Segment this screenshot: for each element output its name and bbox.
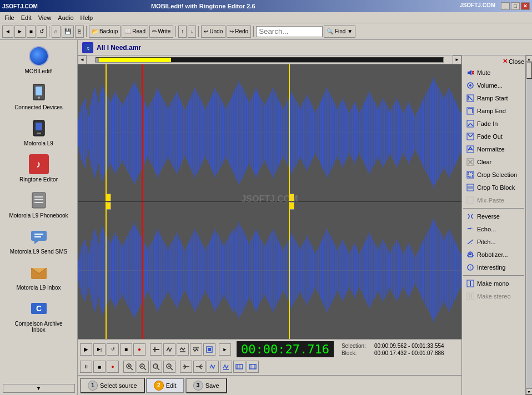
read-button[interactable]: 📖 Read: [122, 26, 148, 38]
compelson-icon: C: [28, 297, 50, 320]
ramp-end-icon: [466, 107, 475, 115]
menu-help[interactable]: Help: [77, 13, 97, 22]
play-loop-button[interactable]: ↺: [107, 343, 119, 356]
echo-button[interactable]: Echo...: [463, 223, 524, 235]
make-mono-button[interactable]: Make mono: [463, 277, 524, 290]
sidebar-item-phonebook[interactable]: Motorola L9 Phonebook: [6, 186, 72, 221]
svg-point-2: [38, 97, 40, 99]
mute-button[interactable]: Mute: [463, 67, 524, 79]
download-button[interactable]: ↓: [188, 26, 196, 38]
close-x-icon: ✕: [503, 58, 508, 65]
wave-btn-6[interactable]: [180, 361, 192, 373]
play-selection-button[interactable]: ▶|: [93, 343, 106, 356]
crop-block-button[interactable]: Crop To Block: [463, 181, 524, 194]
reverse-button[interactable]: Reverse: [463, 210, 524, 222]
sidebar-item-mobiledit[interactable]: MOBILedit!: [6, 42, 72, 77]
minimize-button[interactable]: _: [501, 2, 510, 10]
scroll-down-button[interactable]: ▼: [526, 388, 533, 395]
make-stereo-button: Make stereo: [463, 290, 524, 302]
scroll-left-arrow[interactable]: ◄: [78, 55, 87, 64]
play-button[interactable]: ▶: [80, 343, 92, 356]
forward-arrow[interactable]: ►: [219, 343, 231, 356]
undo-button[interactable]: ↩ Undo: [201, 26, 225, 38]
tool-2[interactable]: [163, 361, 175, 373]
svg-rect-535: [470, 254, 471, 255]
sidebar-item-compelson[interactable]: C Compelson Archive Inbox: [6, 295, 72, 336]
ramp-end-button[interactable]: Ramp End: [463, 105, 524, 117]
wave-btn-8[interactable]: [207, 361, 219, 373]
normalize-button[interactable]: Normalize: [463, 143, 524, 155]
interesting-button[interactable]: i Interesting: [463, 261, 524, 274]
pause-button[interactable]: ⏸: [80, 361, 92, 373]
robotizer-button[interactable]: Robotizer...: [463, 249, 524, 261]
sidebar-item-sms[interactable]: Motorola L9 Send SMS: [6, 222, 72, 257]
clear-button[interactable]: Clear: [463, 156, 524, 168]
waveform-svg-bottom: [78, 202, 461, 339]
ramp-end-label: Ramp End: [477, 108, 506, 114]
sidebar-item-ringtone[interactable]: ♪ Ringtone Editor: [6, 150, 72, 185]
wave-edit-5[interactable]: [203, 343, 215, 356]
zoom-in-button[interactable]: [123, 361, 135, 373]
fade-out-button[interactable]: Fade Out: [463, 130, 524, 143]
wave-btn-7[interactable]: [193, 361, 205, 373]
scroll-right-arrow[interactable]: ►: [453, 55, 461, 64]
wave-edit-3[interactable]: [177, 343, 189, 356]
stop-button-2[interactable]: ■: [93, 361, 106, 373]
zoom-out-button[interactable]: [137, 361, 149, 373]
stop-transport-button[interactable]: ■: [120, 343, 132, 356]
menu-view[interactable]: View: [35, 13, 55, 22]
sidebar-item-connected[interactable]: Connected Devices: [6, 78, 72, 113]
sidebar-scroll-down[interactable]: ▼: [3, 384, 75, 393]
wave-btn-9[interactable]: [220, 361, 232, 373]
record-button-2[interactable]: ●: [107, 361, 119, 373]
forward-button[interactable]: ►: [14, 26, 26, 38]
upload-button[interactable]: ↑: [178, 26, 187, 38]
tool-1[interactable]: ?: [150, 361, 162, 373]
wave-edit-4[interactable]: [190, 343, 202, 356]
step-3-button[interactable]: 3 Save: [185, 378, 227, 393]
crop-selection-button[interactable]: Crop Selection: [463, 169, 524, 181]
scroll-track[interactable]: [96, 57, 444, 63]
step-2-button[interactable]: 2 Edit: [146, 378, 184, 393]
save-local-button[interactable]: 💾: [62, 26, 74, 38]
backup-button[interactable]: 📂 Backup: [89, 26, 121, 38]
wave-btn-10[interactable]: [233, 361, 245, 373]
waveform-bottom[interactable]: [78, 202, 461, 339]
scroll-thumb-vert[interactable]: [526, 62, 532, 79]
info-panel: Selection: 00:00:09.562 - 00:01:33.554 B…: [342, 343, 444, 356]
redo-button[interactable]: ↪ Redo: [227, 26, 251, 38]
panel-close-button[interactable]: ✕ Close: [503, 58, 524, 65]
pitch-button[interactable]: " Pitch...: [463, 236, 524, 248]
svg-rect-524: [468, 173, 473, 177]
menu-edit[interactable]: Edit: [18, 13, 35, 22]
wave-edit-1[interactable]: [150, 343, 162, 356]
wave-btn-11[interactable]: [247, 361, 259, 373]
record-button[interactable]: ●: [133, 343, 145, 356]
waveform-top[interactable]: [78, 64, 461, 202]
back-button[interactable]: ◄: [2, 26, 13, 38]
robotizer-icon: [466, 250, 475, 259]
fade-in-button[interactable]: Fade In: [463, 118, 524, 130]
svg-marker-11: [34, 241, 39, 244]
maximize-button[interactable]: □: [511, 2, 520, 10]
scroll-up-button[interactable]: ▲: [526, 55, 533, 62]
stop-button[interactable]: ■: [27, 26, 36, 38]
write-button[interactable]: ✏ Write: [149, 26, 173, 38]
svg-rect-4: [36, 123, 42, 130]
ramp-start-button[interactable]: Ramp Start: [463, 92, 524, 104]
sidebar-item-inbox[interactable]: Motorola L9 Inbox: [6, 259, 72, 293]
sidebar-item-motorola-l9[interactable]: Motorola L9: [6, 114, 72, 149]
menu-file[interactable]: File: [1, 13, 18, 22]
menu-audio[interactable]: Audio: [54, 13, 77, 22]
make-mono-icon: [466, 279, 475, 288]
volume-button[interactable]: Volume...: [463, 79, 524, 92]
refresh-button[interactable]: ↺: [37, 26, 47, 38]
copy-button[interactable]: ⎘: [75, 26, 84, 38]
wave-edit-2[interactable]: [163, 343, 175, 356]
step-1-button[interactable]: 1 Select source: [80, 378, 145, 393]
search-input[interactable]: [256, 26, 323, 37]
close-window-button[interactable]: ✕: [521, 2, 530, 10]
home-button[interactable]: ⌂: [52, 26, 61, 38]
find-button[interactable]: 🔍 Find ▼: [324, 26, 355, 38]
volume-label: Volume...: [477, 82, 503, 89]
